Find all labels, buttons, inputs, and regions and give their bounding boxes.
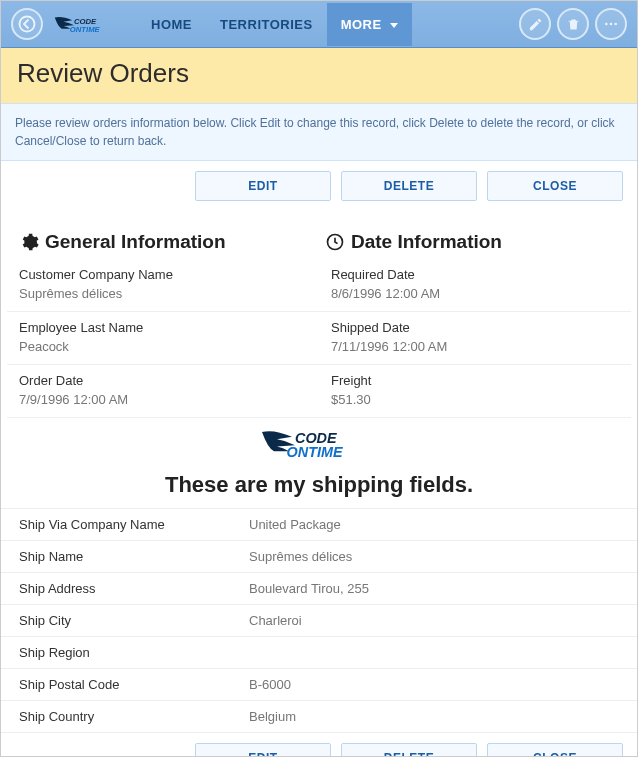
back-button[interactable] <box>11 8 43 40</box>
arrow-back-icon <box>18 15 36 33</box>
svg-point-4 <box>610 23 613 26</box>
field-label: Ship Region <box>19 645 249 660</box>
general-column: Customer Company Name Suprêmes délices E… <box>7 259 319 418</box>
field-label: Shipped Date <box>331 320 619 335</box>
svg-point-3 <box>605 23 608 26</box>
field-label: Ship Postal Code <box>19 677 249 692</box>
svg-text:CODE: CODE <box>295 430 337 446</box>
field-value: Peacock <box>19 339 307 354</box>
field-value: Charleroi <box>249 613 619 628</box>
field-label: Customer Company Name <box>19 267 307 282</box>
edit-toolbar-button[interactable] <box>519 8 551 40</box>
delete-toolbar-button[interactable] <box>557 8 589 40</box>
toolbar: CODE ONTIME HOME TERRITORIES MORE <box>1 1 637 48</box>
date-section-header: Date Information <box>325 231 619 253</box>
field-required-date: Required Date 8/6/1996 12:00 AM <box>319 259 631 312</box>
brand-logo: CODE ONTIME <box>53 14 123 35</box>
action-buttons-top: EDIT DELETE CLOSE <box>1 161 637 211</box>
codeontime-logo-icon: CODE ONTIME <box>259 426 379 462</box>
svg-point-0 <box>20 17 35 32</box>
field-shipped-date: Shipped Date 7/11/1996 12:00 AM <box>319 312 631 365</box>
field-ship-country: Ship Country Belgium <box>1 700 637 733</box>
field-label: Ship Address <box>19 581 249 596</box>
close-button[interactable]: CLOSE <box>487 171 623 201</box>
field-value <box>249 645 619 660</box>
svg-text:ONTIME: ONTIME <box>287 444 343 460</box>
field-value: B-6000 <box>249 677 619 692</box>
shipping-table: Ship Via Company Name United Package Shi… <box>1 508 637 733</box>
field-value: $51.30 <box>331 392 619 407</box>
gear-icon <box>19 232 39 252</box>
center-logo: CODE ONTIME <box>1 418 637 466</box>
field-label: Ship Via Company Name <box>19 517 249 532</box>
field-value: Belgium <box>249 709 619 724</box>
pencil-icon <box>528 17 543 32</box>
delete-button[interactable]: DELETE <box>341 171 477 201</box>
section-headers: General Information Date Information <box>1 211 637 259</box>
field-value: United Package <box>249 517 619 532</box>
field-ship-address: Ship Address Boulevard Tirou, 255 <box>1 572 637 604</box>
field-value: 7/11/1996 12:00 AM <box>331 339 619 354</box>
general-section-title: General Information <box>45 231 226 253</box>
page-title: Review Orders <box>17 58 621 89</box>
field-label: Ship Country <box>19 709 249 724</box>
field-value: 7/9/1996 12:00 AM <box>19 392 307 407</box>
field-value: Suprêmes délices <box>249 549 619 564</box>
field-ship-region: Ship Region <box>1 636 637 668</box>
field-ship-postal: Ship Postal Code B-6000 <box>1 668 637 700</box>
field-ship-via: Ship Via Company Name United Package <box>1 508 637 540</box>
help-text: Please review orders information below. … <box>1 103 637 161</box>
nav-territories[interactable]: TERRITORIES <box>206 3 327 46</box>
field-employee-lastname: Employee Last Name Peacock <box>7 312 319 365</box>
edit-button[interactable]: EDIT <box>195 743 331 757</box>
nav-more-label: MORE <box>341 17 382 32</box>
title-bar: Review Orders <box>1 48 637 103</box>
nav-home[interactable]: HOME <box>137 3 206 46</box>
shipping-section-title: These are my shipping fields. <box>1 466 637 508</box>
field-label: Order Date <box>19 373 307 388</box>
more-toolbar-button[interactable] <box>595 8 627 40</box>
close-button[interactable]: CLOSE <box>487 743 623 757</box>
edit-button[interactable]: EDIT <box>195 171 331 201</box>
general-section-header: General Information <box>19 231 313 253</box>
date-section-title: Date Information <box>351 231 502 253</box>
field-ship-city: Ship City Charleroi <box>1 604 637 636</box>
delete-button[interactable]: DELETE <box>341 743 477 757</box>
action-buttons-bottom: EDIT DELETE CLOSE <box>1 733 637 757</box>
trash-icon <box>566 17 581 32</box>
svg-point-5 <box>614 23 617 26</box>
field-label: Freight <box>331 373 619 388</box>
codeontime-logo-icon: CODE ONTIME <box>53 14 123 35</box>
info-columns: Customer Company Name Suprêmes délices E… <box>1 259 637 418</box>
field-label: Ship Name <box>19 549 249 564</box>
svg-text:ONTIME: ONTIME <box>70 24 101 33</box>
field-value: 8/6/1996 12:00 AM <box>331 286 619 301</box>
field-customer-company: Customer Company Name Suprêmes délices <box>7 259 319 312</box>
field-value: Suprêmes délices <box>19 286 307 301</box>
clock-icon <box>325 232 345 252</box>
field-freight: Freight $51.30 <box>319 365 631 418</box>
field-ship-name: Ship Name Suprêmes délices <box>1 540 637 572</box>
field-label: Ship City <box>19 613 249 628</box>
field-value: Boulevard Tirou, 255 <box>249 581 619 596</box>
nav-more[interactable]: MORE <box>327 3 412 46</box>
date-column: Required Date 8/6/1996 12:00 AM Shipped … <box>319 259 631 418</box>
field-label: Required Date <box>331 267 619 282</box>
dots-horizontal-icon <box>603 16 619 32</box>
field-order-date: Order Date 7/9/1996 12:00 AM <box>7 365 319 418</box>
field-label: Employee Last Name <box>19 320 307 335</box>
chevron-down-icon <box>390 23 398 28</box>
